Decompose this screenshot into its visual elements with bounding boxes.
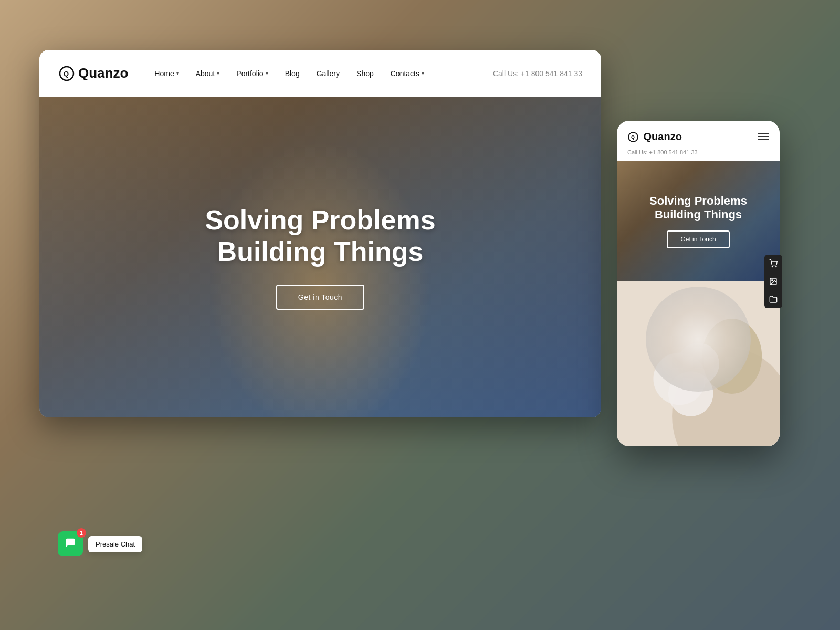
mobile-nav: Q Quanzo xyxy=(617,121,780,149)
svg-text:Q: Q xyxy=(631,134,635,140)
chevron-down-icon: ▾ xyxy=(217,70,219,76)
nav-link-about[interactable]: About ▾ xyxy=(196,69,220,78)
desktop-hero-headline: Solving Problems Building Things xyxy=(205,205,435,268)
chevron-down-icon: ▾ xyxy=(266,70,268,76)
desktop-mockup: Q Quanzo Home ▾ About ▾ Portfolio ▾ Blog… xyxy=(39,50,601,417)
chat-button[interactable]: 1 xyxy=(58,531,83,556)
nav-link-blog[interactable]: Blog xyxy=(285,69,300,78)
mobile-menu-button[interactable] xyxy=(758,133,769,140)
nav-link-gallery[interactable]: Gallery xyxy=(317,69,340,78)
svg-point-6 xyxy=(702,319,762,394)
mobile-cta-button[interactable]: Get in Touch xyxy=(667,230,729,248)
chat-widget: 1 Presale Chat xyxy=(58,531,142,556)
nav-link-contacts[interactable]: Contacts ▾ xyxy=(391,69,424,78)
nav-link-home[interactable]: Home ▾ xyxy=(154,69,178,78)
mobile-content-section xyxy=(617,281,780,446)
desktop-hero: Solving Problems Building Things Get in … xyxy=(39,97,601,417)
cart-icon[interactable] xyxy=(764,255,782,272)
svg-point-13 xyxy=(772,280,773,281)
chat-label[interactable]: Presale Chat xyxy=(88,536,142,552)
mobile-hero-headline: Solving Problems Building Things xyxy=(649,194,747,222)
image-icon[interactable] xyxy=(764,272,782,290)
chevron-down-icon: ▾ xyxy=(176,70,179,76)
nav-link-shop[interactable]: Shop xyxy=(356,69,374,78)
svg-point-9 xyxy=(668,371,713,416)
svg-text:Q: Q xyxy=(64,70,69,78)
desktop-nav: Q Quanzo Home ▾ About ▾ Portfolio ▾ Blog… xyxy=(39,50,601,97)
folder-icon[interactable] xyxy=(764,290,782,308)
mobile-sidebar-icons xyxy=(764,255,782,308)
chat-notification-badge: 1 xyxy=(77,528,86,538)
chat-icon xyxy=(65,537,76,551)
mobile-mockup: Q Quanzo Call Us: +1 800 541 841 33 Solv… xyxy=(617,121,780,446)
chevron-down-icon: ▾ xyxy=(422,70,424,76)
svg-point-8 xyxy=(677,343,719,385)
mobile-content-image xyxy=(617,281,780,446)
desktop-phone: Call Us: +1 800 541 841 33 xyxy=(493,69,582,78)
mobile-hero: Solving Problems Building Things Get in … xyxy=(617,161,780,281)
mobile-logo[interactable]: Q Quanzo xyxy=(627,130,682,143)
desktop-nav-links: Home ▾ About ▾ Portfolio ▾ Blog Gallery … xyxy=(154,69,493,78)
nav-link-portfolio[interactable]: Portfolio ▾ xyxy=(236,69,268,78)
desktop-logo[interactable]: Q Quanzo xyxy=(58,65,128,82)
mobile-phone: Call Us: +1 800 541 841 33 xyxy=(617,149,780,161)
svg-point-11 xyxy=(776,266,776,267)
desktop-cta-button[interactable]: Get in Touch xyxy=(276,285,364,310)
svg-point-10 xyxy=(772,266,772,267)
